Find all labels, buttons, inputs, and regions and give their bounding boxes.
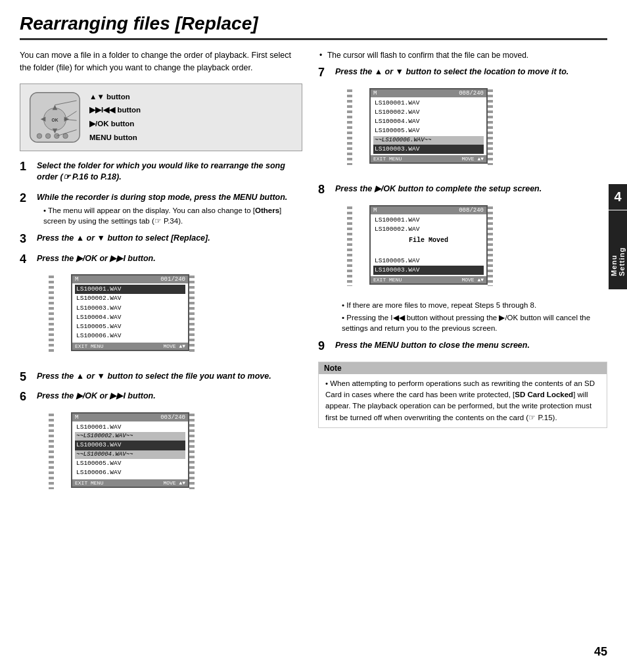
- step-1: 1 Select the folder for which you would …: [20, 160, 302, 185]
- step-6-text: Press the ▶/OK or ▶▶I button.: [37, 391, 302, 402]
- file-row: LS100006.WAV: [75, 331, 185, 341]
- note-box: Note When attempting to perform operatio…: [318, 362, 607, 428]
- file-row: File Moved: [373, 234, 484, 247]
- screen-step7-body: LS100001.WAV LS100002.WAV LS100004.WAV L…: [371, 97, 486, 156]
- right-column: The cursor will flash to confirm that th…: [318, 49, 607, 508]
- step7-intro-bullet: The cursor will flash to confirm that th…: [318, 49, 607, 61]
- step-1-text: Select the folder for which you would li…: [37, 160, 302, 183]
- note-bullet: When attempting to perform operations su…: [325, 378, 600, 423]
- screen-step4-header: M001/240: [72, 276, 188, 283]
- screen-step8-wrapper: M008/240 LS100001.WAV LS100002.WAV File …: [352, 201, 488, 291]
- step-5: 5 Press the ▲ or ▼ button to select the …: [20, 371, 302, 385]
- step-8-num: 8: [318, 183, 330, 197]
- left-column: You can move a file in a folder to chang…: [20, 49, 302, 508]
- label-skip: ▶▶I◀◀ button: [89, 103, 141, 117]
- step-3: 3 Press the ▲ or ▼ button to select [Rep…: [20, 233, 302, 247]
- step-4-content: Press the ▶/OK or ▶▶I button. M001/240 L…: [37, 253, 302, 364]
- screen-step4-wrapper: M001/240 LS100001.WAV LS100002.WAV LS100…: [54, 270, 189, 358]
- file-row: LS100002.WAV: [75, 294, 185, 303]
- screen-step4-body: LS100001.WAV LS100002.WAV LS100003.WAV L…: [72, 283, 188, 343]
- screen-step6-header: M003/240: [72, 414, 188, 421]
- screen-step6-footer: EXIT MENUMOVE ▲▼: [72, 479, 188, 487]
- step-5-text: Press the ▲ or ▼ button to select the fi…: [37, 371, 302, 383]
- step-5-num: 5: [20, 371, 32, 384]
- file-row: LS100003.WAV: [373, 145, 484, 154]
- step-2-num: 2: [20, 192, 32, 205]
- screen-step8-footer: EXIT MENUMOVE ▲▼: [371, 276, 486, 283]
- step-1-content: Select the folder for which you would li…: [37, 160, 302, 185]
- step-3-content: Press the ▲ or ▼ button to select [Repla…: [37, 233, 302, 247]
- file-row: LS100001.WAV: [373, 99, 484, 108]
- screen-step6-wrapper: M003/240 LS100001.WAV ~~LS100002.WAV~~ L…: [54, 408, 189, 494]
- chapter-number: 4: [609, 184, 627, 210]
- screen-step4-footer: EXIT MENUMOVE ▲▼: [72, 343, 188, 350]
- file-row: LS100005.WAV: [373, 126, 484, 135]
- step-9-num: 9: [318, 340, 330, 353]
- file-row: ~~LS100006.WAV~~: [373, 136, 484, 145]
- file-row: LS100001.WAV: [373, 216, 484, 225]
- screen-step8: M008/240 LS100001.WAV LS100002.WAV File …: [369, 205, 488, 285]
- file-row: LS100004.WAV: [373, 117, 484, 126]
- label-updown: ▲▼ button: [89, 90, 141, 104]
- note-header: Note: [319, 362, 607, 374]
- note-body: When attempting to perform operations su…: [319, 374, 607, 427]
- file-row: LS100001.WAV: [75, 423, 185, 432]
- step-8-text: Press the ▶/OK button to complete the se…: [335, 183, 607, 195]
- file-row: LS100003.WAV: [75, 304, 185, 313]
- file-row: ~~LS100004.WAV~~: [75, 450, 185, 460]
- svg-point-7: [37, 133, 42, 139]
- file-row: LS100003.WAV: [75, 441, 185, 450]
- content-area: You can move a file in a folder to chang…: [20, 49, 607, 508]
- step-7-content: Press the ▲ or ▼ button to select the lo…: [335, 66, 607, 177]
- device-illustration: OK: [27, 89, 83, 145]
- step-3-text: Press the ▲ or ▼ button to select [Repla…: [37, 233, 302, 245]
- svg-text:OK: OK: [52, 118, 58, 122]
- screen-step7: M008/240 LS100001.WAV LS100002.WAV LS100…: [369, 88, 488, 164]
- step-4-num: 4: [20, 253, 32, 266]
- intro-text: You can move a file in a folder to chang…: [20, 49, 302, 74]
- screen-step6-body: LS100001.WAV ~~LS100002.WAV~~ LS100003.W…: [72, 421, 188, 479]
- device-diagram: OK ▲: [20, 84, 302, 151]
- step-2-bullet: The menu will appear on the display. You…: [43, 205, 302, 226]
- file-row: LS100001.WAV: [75, 285, 185, 294]
- step-2: 2 While the recorder is during stop mode…: [20, 192, 302, 227]
- step-6-num: 6: [20, 391, 32, 404]
- step-9: 9 Press the MENU button to close the men…: [318, 340, 607, 354]
- step-2-text: While the recorder is during stop mode, …: [37, 192, 302, 204]
- file-row: LS100003.WAV: [373, 266, 484, 275]
- page-number: 45: [594, 645, 607, 659]
- file-row: ~~LS100002.WAV~~: [75, 432, 185, 441]
- step-9-text: Press the MENU button to close the menu …: [335, 340, 607, 352]
- step-4: 4 Press the ▶/OK or ▶▶I button. M001/240…: [20, 253, 302, 364]
- step-1-num: 1: [20, 160, 32, 174]
- file-row: LS100005.WAV: [75, 459, 185, 468]
- step-7-text: Press the ▲ or ▼ button to select the lo…: [335, 66, 607, 78]
- step-8-content: Press the ▶/OK button to complete the se…: [335, 183, 607, 333]
- step-6-content: Press the ▶/OK or ▶▶I button. M003/240 L…: [37, 391, 302, 501]
- chapter-label: Menu Setting: [609, 210, 627, 289]
- file-row: LS100006.WAV: [75, 468, 185, 477]
- step-4-text: Press the ▶/OK or ▶▶I button.: [37, 253, 302, 265]
- screen-step8-body: LS100001.WAV LS100002.WAV File Moved LS1…: [371, 214, 486, 276]
- svg-point-10: [63, 133, 68, 139]
- step-8-bullet1: If there are more files to move, repeat …: [342, 300, 607, 310]
- step-8-bullet2: Pressing the I◀◀ button without pressing…: [342, 312, 607, 333]
- step-7-num: 7: [318, 66, 330, 80]
- step-8: 8 Press the ▶/OK button to complete the …: [318, 183, 607, 333]
- step-2-content: While the recorder is during stop mode, …: [37, 192, 302, 227]
- screen-step8-header: M008/240: [371, 206, 486, 214]
- screen-step4: M001/240 LS100001.WAV LS100002.WAV LS100…: [71, 274, 189, 351]
- step-6: 6 Press the ▶/OK or ▶▶I button. M003/240…: [20, 391, 302, 501]
- file-row: [373, 247, 484, 256]
- file-row: LS100002.WAV: [373, 108, 484, 117]
- screen-step7-footer: EXIT MENUMOVE ▲▼: [371, 155, 486, 162]
- svg-point-8: [45, 133, 51, 139]
- step-3-num: 3: [20, 233, 32, 246]
- page-title: Rearranging files [Replace]: [20, 13, 607, 40]
- screen-step7-header: M008/240: [371, 89, 486, 97]
- file-row: LS100004.WAV: [75, 313, 185, 322]
- file-row: LS100002.WAV: [373, 225, 484, 234]
- button-labels: ▲▼ button ▶▶I◀◀ button ▶/OK button MENU …: [89, 90, 141, 145]
- step-9-content: Press the MENU button to close the menu …: [335, 340, 607, 354]
- file-row: LS100005.WAV: [373, 256, 484, 266]
